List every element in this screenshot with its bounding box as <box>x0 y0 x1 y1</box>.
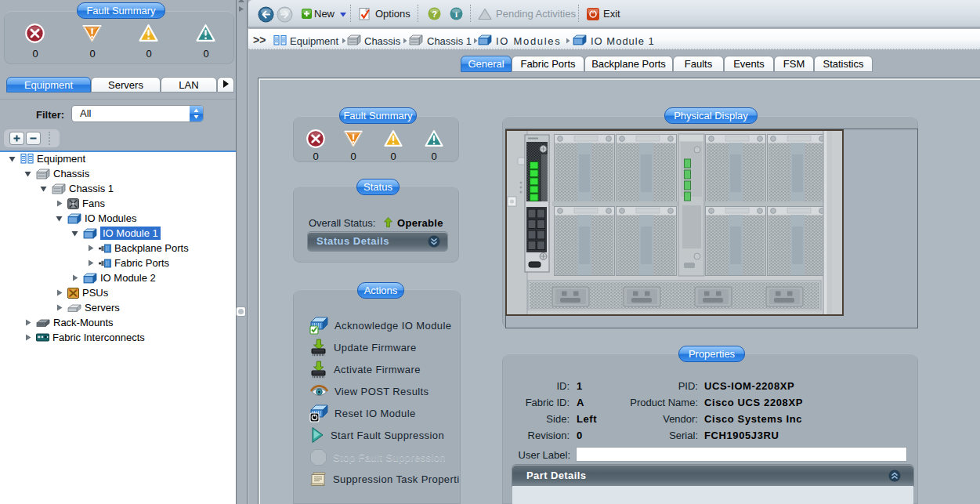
svg-text:?: ? <box>432 9 437 19</box>
svg-text:i: i <box>455 9 457 19</box>
